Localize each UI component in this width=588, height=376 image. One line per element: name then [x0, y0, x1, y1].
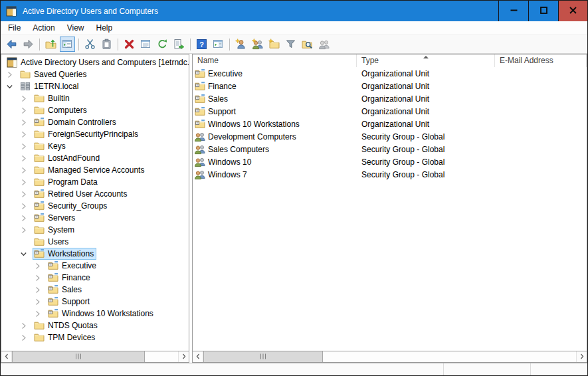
filter-button[interactable]: [283, 37, 298, 52]
paste-button[interactable]: [99, 37, 114, 52]
scrollbar-track[interactable]: [145, 351, 178, 362]
forward-button[interactable]: [21, 37, 36, 52]
tree-item-domain-controllers[interactable]: Domain Controllers: [1, 116, 189, 128]
scrollbar-track[interactable]: [323, 351, 576, 362]
tree-item-builtin[interactable]: Builtin: [1, 92, 189, 104]
tree-item-security-groups[interactable]: Security_Groups: [1, 200, 189, 212]
new-user-button[interactable]: [233, 37, 248, 52]
chevron-collapsed-icon[interactable]: [33, 260, 47, 272]
list-row-development-computers[interactable]: Development ComputersSecurity Group - Gl…: [193, 130, 587, 143]
tree-item-system[interactable]: System: [1, 224, 189, 236]
chevron-collapsed-icon[interactable]: [19, 200, 33, 212]
back-button[interactable]: [4, 37, 19, 52]
chevron-collapsed-icon[interactable]: [19, 320, 33, 331]
tree-item-ntds-quotas[interactable]: NTDS Quotas: [1, 320, 189, 331]
tree-item-servers[interactable]: Servers: [1, 212, 189, 224]
list-row-windows-10-workstations[interactable]: Windows 10 WorkstationsOrganizational Un…: [193, 118, 587, 130]
show-console-tree-button[interactable]: [60, 37, 75, 52]
tree-item-active-directory-users-and-computers-1etrndc-1[interactable]: Active Directory Users and Computers [1e…: [1, 56, 189, 68]
list-row-support[interactable]: SupportOrganizational Unit: [193, 105, 587, 118]
chevron-collapsed-icon[interactable]: [19, 152, 33, 164]
tree-item-support[interactable]: Support: [1, 296, 189, 308]
list-row-windows-7[interactable]: Windows 7Security Group - Global: [193, 168, 587, 181]
chevron-collapsed-icon[interactable]: [19, 224, 33, 236]
tree-item-computers[interactable]: Computers: [1, 104, 189, 116]
tree-item-workstations[interactable]: Workstations: [1, 248, 189, 260]
menu-action[interactable]: Action: [27, 21, 60, 35]
new-group-button[interactable]: [250, 37, 265, 52]
menu-file[interactable]: File: [2, 21, 27, 35]
chevron-expanded-icon[interactable]: [19, 248, 33, 260]
help-button[interactable]: ?: [194, 37, 209, 52]
list-row-windows-10[interactable]: Windows 10Security Group - Global: [193, 155, 587, 168]
chevron-collapsed-icon[interactable]: [19, 104, 33, 116]
find-button[interactable]: [300, 37, 315, 52]
column-header-type[interactable]: Type: [357, 54, 495, 67]
tree-item-managed-service-accounts[interactable]: Managed Service Accounts: [1, 164, 189, 176]
tree-item-tpm-devices[interactable]: TPM Devices: [1, 331, 189, 343]
tree-item-program-data[interactable]: Program Data: [1, 176, 189, 188]
scroll-left-button[interactable]: [1, 351, 12, 362]
scrollbar-thumb[interactable]: [203, 351, 323, 362]
scroll-right-button[interactable]: [178, 351, 189, 362]
object-name: Sales: [208, 94, 228, 104]
column-header-name[interactable]: Name: [193, 54, 357, 67]
tree-item-executive[interactable]: Executive: [1, 260, 189, 272]
list-row-finance[interactable]: FinanceOrganizational Unit: [193, 80, 587, 92]
add-to-group-button[interactable]: [316, 37, 332, 52]
chevron-collapsed-icon[interactable]: [33, 308, 47, 320]
chevron-collapsed-icon[interactable]: [5, 68, 19, 80]
menu-view[interactable]: View: [61, 21, 90, 35]
list-row-sales-computers[interactable]: Sales ComputersSecurity Group - Global: [193, 143, 587, 155]
chevron-collapsed-icon[interactable]: [33, 272, 47, 284]
tree-item-body: NTDS Quotas: [33, 320, 100, 331]
tree-item-keys[interactable]: Keys: [1, 140, 189, 152]
tree-item-lostandfound[interactable]: LostAndFound: [1, 152, 189, 164]
minimize-button[interactable]: [498, 1, 528, 21]
scroll-left-button[interactable]: [193, 351, 203, 362]
scrollbar-thumb[interactable]: [12, 351, 145, 362]
maximize-button[interactable]: [528, 1, 558, 21]
tree-item-finance[interactable]: Finance: [1, 272, 189, 284]
chevron-collapsed-icon[interactable]: [19, 116, 33, 128]
tree-item-windows-10-workstations[interactable]: Windows 10 Workstations: [1, 308, 189, 320]
new-ou-button[interactable]: [266, 37, 282, 52]
properties-button[interactable]: [138, 37, 153, 52]
list-row-executive[interactable]: ExecutiveOrganizational Unit: [193, 67, 587, 80]
chevron-collapsed-icon[interactable]: [33, 284, 47, 296]
tree-item-sales[interactable]: Sales: [1, 284, 189, 296]
chevron-collapsed-icon[interactable]: [19, 188, 33, 200]
delete-button[interactable]: [122, 37, 137, 52]
up-one-level-button[interactable]: [43, 37, 58, 52]
refresh-button[interactable]: [155, 37, 170, 52]
export-list-button[interactable]: [171, 37, 187, 52]
scroll-right-button[interactable]: [576, 351, 587, 362]
chevron-collapsed-icon[interactable]: [33, 296, 47, 308]
chevron-collapsed-icon[interactable]: [19, 164, 33, 176]
tree-item-foreignsecurityprincipals[interactable]: ForeignSecurityPrincipals: [1, 128, 189, 140]
tree-item-label: Users: [48, 237, 68, 246]
tree-item-retired-user-accounts[interactable]: Retired User Accounts: [1, 188, 189, 200]
chevron-collapsed-icon[interactable]: [19, 331, 33, 343]
cut-button[interactable]: [82, 37, 98, 52]
menu-help[interactable]: Help: [90, 21, 119, 35]
list-row-sales[interactable]: SalesOrganizational Unit: [193, 92, 587, 105]
tree-item-saved-queries[interactable]: Saved Queries: [1, 68, 189, 80]
toolbar: ?: [1, 35, 587, 54]
chevron-expanded-icon[interactable]: [5, 80, 19, 92]
column-header-email[interactable]: E-Mail Address: [495, 54, 587, 67]
tree-item-label: Keys: [48, 141, 66, 151]
tree-item-label: Servers: [48, 213, 75, 223]
show-action-pane-button[interactable]: [211, 37, 226, 52]
chevron-collapsed-icon[interactable]: [19, 92, 33, 104]
chevron-collapsed-icon[interactable]: [19, 212, 33, 224]
tree-item-users[interactable]: Users: [1, 236, 189, 248]
statusbar-cell: [530, 363, 587, 375]
chevron-collapsed-icon[interactable]: [19, 176, 33, 188]
tree-item-body: Builtin: [33, 92, 72, 104]
close-button[interactable]: [558, 1, 587, 21]
chevron-collapsed-icon[interactable]: [19, 140, 33, 152]
chevron-collapsed-icon[interactable]: [19, 128, 33, 140]
column-label: E-Mail Address: [500, 56, 553, 65]
tree-item-1etrn-local[interactable]: 1ETRN.local: [1, 80, 189, 92]
